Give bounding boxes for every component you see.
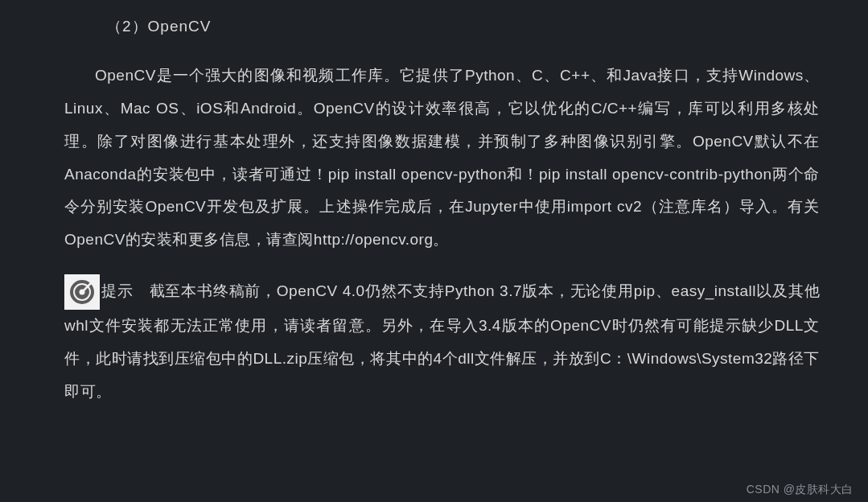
tip-body: 截至本书终稿前，OpenCV 4.0仍然不支持Python 3.7版本，无论使用… bbox=[64, 282, 820, 400]
target-icon bbox=[64, 274, 100, 310]
paragraph-opencv-intro: OpenCV是一个强大的图像和视频工作库。它提供了Python、C、C++、和J… bbox=[64, 60, 820, 257]
section-heading: （2）OpenCV bbox=[64, 16, 820, 37]
watermark: CSDN @皮肤科大白 bbox=[747, 483, 854, 497]
tip-paragraph: 提示 截至本书终稿前，OpenCV 4.0仍然不支持Python 3.7版本，无… bbox=[64, 274, 820, 409]
tip-label: 提示 bbox=[101, 282, 134, 299]
